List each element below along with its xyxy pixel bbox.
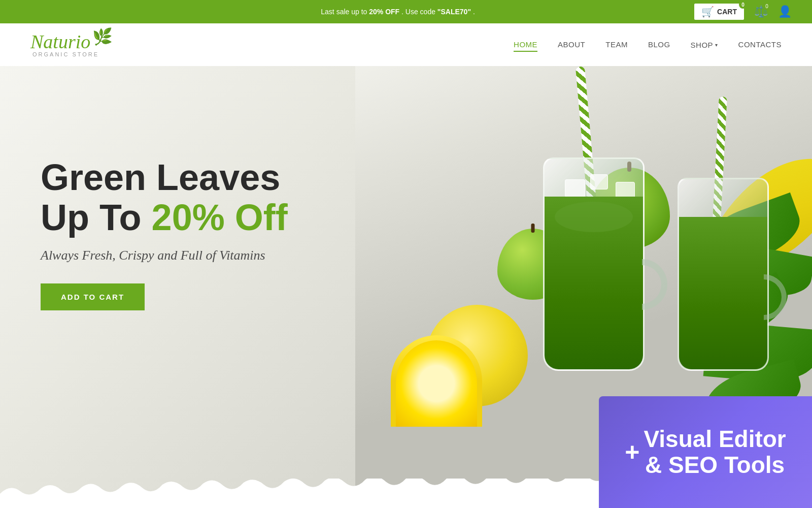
shop-chevron-icon: ▾ [715,42,718,48]
smoothie-jar-secondary [675,127,771,371]
hero-subheadline: Always Fresh, Crispy and Full of Vitamin… [41,248,288,263]
hero-headline-1: Green Leaves [41,157,288,198]
nav-item-blog[interactable]: BLOG [648,40,670,49]
nav-link-home[interactable]: HOME [514,40,537,52]
add-to-cart-button[interactable]: ADD TO CART [41,283,145,310]
promo-text-line2: & SEO Tools [644,452,786,478]
smoothie-jar-main [538,107,650,371]
hero-section: Green Leaves Up To 20% Off Always Fresh,… [0,66,812,508]
main-nav: HOME ABOUT TEAM BLOG SHOP ▾ CONTACTS [514,40,782,49]
cart-badge: 0 [739,1,747,9]
ice-cube-1 [565,179,585,197]
top-bar: Last sale up to 20% OFF . Use code "SALE… [0,0,812,23]
nav-link-blog[interactable]: BLOG [648,40,670,49]
cart-label: CART [717,8,737,16]
cart-button[interactable]: 🛒 CART 0 [694,4,744,20]
sale-message-suffix: . Use code [401,8,437,16]
top-bar-actions: 🛒 CART 0 ⚖️ 0 👤 [694,4,792,20]
top-bar-message: Last sale up to 20% OFF . Use code "SALE… [0,8,694,16]
nav-item-contacts[interactable]: CONTACTS [738,40,782,49]
logo-name: Naturio [30,32,90,51]
compare-button[interactable]: ⚖️ 0 [754,5,768,18]
hero-content: Green Leaves Up To 20% Off Always Fresh,… [41,157,288,310]
promo-badge[interactable]: + Visual Editor & SEO Tools [599,396,812,508]
jar-body-main [543,157,645,371]
nav-item-team[interactable]: TEAM [605,40,628,49]
sale-code: "SALE70" [437,8,471,16]
hero-headline-2: Up To 20% Off [41,198,288,238]
sale-message-end: . [473,8,475,16]
nav-link-contacts[interactable]: CONTACTS [738,40,782,49]
hero-discount-text: 20% Off [152,197,288,238]
jar-liquid-main [545,197,643,369]
nav-item-home[interactable]: HOME [514,40,537,49]
jar-liquid-secondary [679,217,767,369]
promo-text-line1: Visual Editor [644,426,786,452]
navbar: Naturio 🌿 ORGANIC STORE HOME ABOUT TEAM … [0,23,812,66]
nav-link-about[interactable]: ABOUT [558,40,585,49]
sale-message-prefix: Last sale up to [321,8,369,16]
cart-icon: 🛒 [701,6,714,18]
jar-body-secondary [678,178,769,371]
account-icon: 👤 [778,5,792,18]
ice-cube-3 [616,182,635,198]
compare-badge: 0 [763,2,771,10]
nav-link-shop[interactable]: SHOP ▾ [691,41,718,49]
ice-cube-2 [590,174,608,189]
logo[interactable]: Naturio 🌿 ORGANIC STORE [30,32,113,57]
nav-link-team[interactable]: TEAM [605,40,628,49]
promo-plus: + [625,437,639,467]
jar-bubbles [555,202,633,232]
lemon-half-decoration [391,335,482,427]
nav-item-shop[interactable]: SHOP ▾ [691,41,718,49]
account-button[interactable]: 👤 [778,5,792,18]
headline-2-prefix: Up To [41,197,152,238]
logo-subtitle: ORGANIC STORE [32,51,99,57]
logo-leaf-icon: 🌿 [92,27,113,46]
nav-item-about[interactable]: ABOUT [558,40,585,49]
sale-discount: 20% OFF [369,8,399,16]
